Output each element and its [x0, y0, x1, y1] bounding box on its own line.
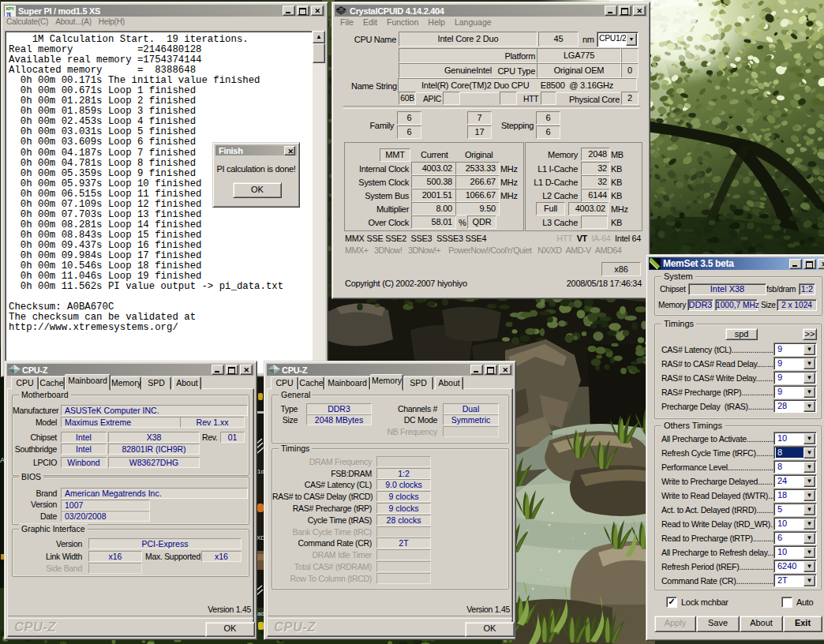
svg-text:π: π	[6, 9, 11, 17]
